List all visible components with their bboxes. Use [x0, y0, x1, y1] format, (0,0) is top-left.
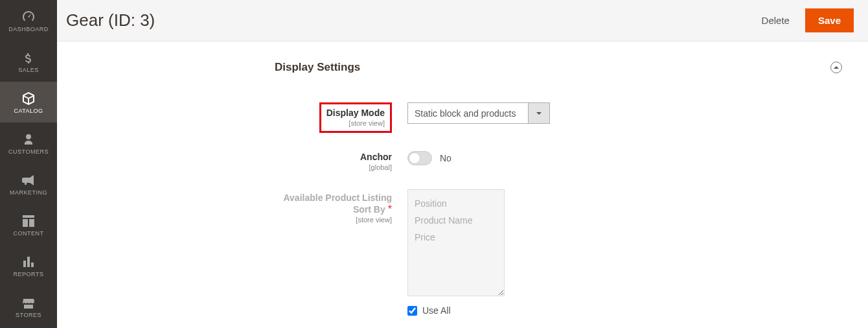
- anchor-label: Anchor: [360, 152, 392, 162]
- sidebar-item-catalog[interactable]: CATALOG: [0, 82, 57, 123]
- anchor-value-col: No: [407, 151, 842, 171]
- header: Gear (ID: 3) Delete Save: [57, 0, 868, 41]
- sidebar-item-label: DASHBOARD: [8, 26, 49, 32]
- anchor-toggle[interactable]: [407, 151, 432, 165]
- sidebar-item-label: REPORTS: [14, 271, 44, 277]
- sortby-row: Available Product Listing Sort By* [stor…: [275, 189, 842, 316]
- box-icon: [21, 91, 36, 106]
- display-mode-dropdown-arrow[interactable]: [529, 102, 550, 124]
- chevron-down-icon: [536, 110, 542, 117]
- chevron-up-icon: [833, 64, 839, 71]
- main: Gear (ID: 3) Delete Save Display Setting…: [57, 0, 868, 328]
- section-title: Display Settings: [275, 61, 360, 74]
- layout-icon: [21, 213, 36, 229]
- sortby-label: Available Product Listing Sort By: [283, 193, 392, 215]
- display-mode-highlight: Display Mode [store view]: [319, 102, 392, 133]
- delete-button[interactable]: Delete: [750, 8, 801, 32]
- sidebar-item-stores[interactable]: STORES: [0, 286, 57, 327]
- sidebar-item-dashboard[interactable]: DASHBOARD: [0, 0, 57, 41]
- store-icon: [21, 295, 36, 310]
- anchor-value: No: [440, 153, 451, 163]
- use-all-checkbox[interactable]: [407, 306, 417, 316]
- use-all-label: Use All: [422, 305, 451, 316]
- sidebar-item-customers[interactable]: CUSTOMERS: [0, 123, 57, 163]
- required-asterisk: *: [388, 204, 392, 215]
- sidebar-item-label: CATALOG: [14, 108, 43, 114]
- sortby-label-col: Available Product Listing Sort By* [stor…: [275, 189, 407, 316]
- anchor-toggle-wrap: No: [407, 151, 842, 165]
- content: Display Settings Display Mode [store vie…: [57, 41, 868, 328]
- dashboard-icon: [21, 9, 36, 25]
- section-header: Display Settings: [275, 61, 842, 74]
- sidebar-item-content[interactable]: CONTENT: [0, 204, 57, 245]
- person-icon: [21, 132, 36, 147]
- sidebar-item-label: SALES: [18, 67, 39, 73]
- listbox-item[interactable]: Position: [408, 195, 504, 212]
- toggle-knob: [409, 152, 420, 164]
- anchor-scope: [global]: [275, 163, 392, 171]
- page-title: Gear (ID: 3): [66, 10, 750, 30]
- display-mode-label: Display Mode: [326, 108, 385, 118]
- sidebar: DASHBOARD SALES CATALOG CUSTOMERS MARKET…: [0, 0, 57, 328]
- sidebar-item-reports[interactable]: REPORTS: [0, 245, 57, 286]
- use-all-wrap: Use All: [407, 305, 842, 316]
- sidebar-item-label: CONTENT: [14, 230, 44, 237]
- sidebar-item-label: CUSTOMERS: [8, 148, 49, 155]
- sidebar-item-label: MARKETING: [10, 189, 47, 196]
- listbox-item[interactable]: Price: [408, 229, 504, 246]
- display-settings-section: Display Settings Display Mode [store vie…: [275, 61, 842, 316]
- bars-icon: [21, 254, 36, 270]
- save-button[interactable]: Save: [805, 8, 854, 32]
- display-mode-scope: [store view]: [326, 119, 385, 127]
- display-mode-label-col: Display Mode [store view]: [275, 102, 407, 133]
- display-mode-value: Static block and products: [407, 102, 529, 124]
- display-mode-row: Display Mode [store view] Static block a…: [275, 102, 842, 133]
- sortby-scope: [store view]: [275, 216, 392, 224]
- display-mode-select[interactable]: Static block and products: [407, 102, 550, 124]
- sortby-value-col: Position Product Name Price Use All: [407, 189, 842, 316]
- listbox-item[interactable]: Product Name: [408, 212, 504, 229]
- sidebar-item-marketing[interactable]: MARKETING: [0, 163, 57, 204]
- dollar-icon: [21, 50, 36, 65]
- sidebar-item-sales[interactable]: SALES: [0, 41, 57, 82]
- collapse-toggle[interactable]: [830, 62, 842, 73]
- sidebar-item-label: STORES: [16, 312, 41, 318]
- display-mode-value-col: Static block and products: [407, 102, 842, 133]
- megaphone-icon: [21, 172, 36, 188]
- anchor-row: Anchor [global] No: [275, 151, 842, 171]
- anchor-label-col: Anchor [global]: [275, 151, 407, 171]
- sortby-listbox[interactable]: Position Product Name Price: [407, 189, 505, 296]
